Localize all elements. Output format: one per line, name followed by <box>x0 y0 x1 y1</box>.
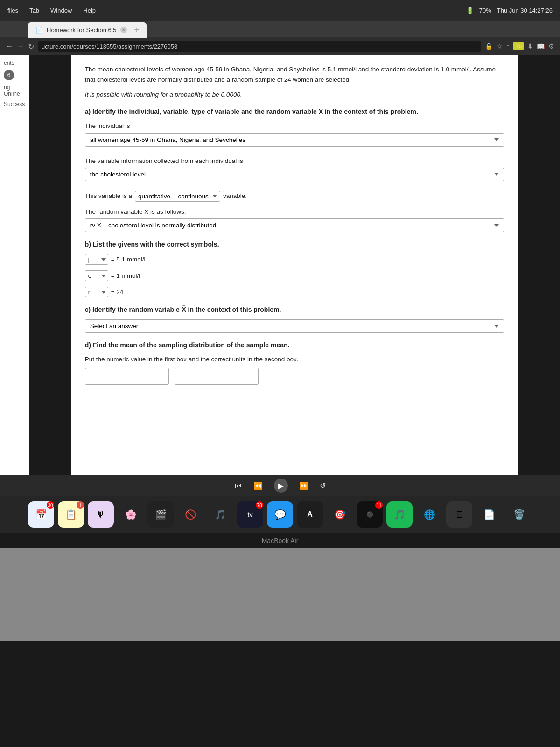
more-icon[interactable]: ⚙ <box>548 42 554 50</box>
content-wrapper: ents 6 ng Online Success The mean choles… <box>0 55 560 475</box>
random-var-dropdown[interactable]: rv X = cholesterol level is normally dis… <box>85 218 504 232</box>
dock-calendar[interactable]: 📅 30 <box>28 501 54 528</box>
file-icon: 📄 <box>483 509 495 520</box>
podcasts-icon: 🎙 <box>96 509 105 520</box>
question-a-label: a) Identify the individual, variable, ty… <box>85 107 504 117</box>
bookmark-icon[interactable]: 📖 <box>537 42 545 50</box>
rewind-button[interactable]: ⏪ <box>253 481 263 490</box>
menu-files[interactable]: files <box>7 7 18 14</box>
play-icon: ▶ <box>278 481 284 490</box>
notes-icon: 📋 <box>65 509 77 520</box>
star-icon[interactable]: ☆ <box>497 42 503 50</box>
variable-type-line: This variable is a quantitative -- conti… <box>85 191 504 202</box>
question-d: d) Find the mean of the sampling distrib… <box>85 340 504 385</box>
reload-icon[interactable]: ↻ <box>28 42 34 51</box>
bullet-icon: ⚫ <box>366 511 373 518</box>
dock-spotify[interactable]: 🎵 <box>386 501 413 528</box>
forward-icon[interactable]: → <box>17 42 24 50</box>
nav-icons: ← → ↻ <box>6 42 34 51</box>
units-answer-box[interactable] <box>175 368 259 385</box>
question-b: b) List the givens with the correct symb… <box>85 240 504 297</box>
sidebar-badge[interactable]: 6 <box>4 70 14 80</box>
active-tab[interactable]: 📄 Homework for Section 6.5 × + <box>28 22 147 38</box>
menu-bar: files Tab Window Help 🔋 70% Thu Jun 30 1… <box>0 0 560 21</box>
notes-badge: 1 <box>77 501 84 509</box>
display-icon: 🖥 <box>455 509 464 520</box>
url-input[interactable] <box>38 41 481 52</box>
url-action-icons: 🔒 ☆ ↑ Tp ⬇ 📖 ⚙ <box>485 42 554 50</box>
main-content: The mean cholesterol levels of women age… <box>71 55 518 475</box>
dock-podcasts[interactable]: 🎙 <box>88 501 114 528</box>
mu-value: = 5.1 mmol/l <box>111 255 146 264</box>
dock-notes[interactable]: 📋 1 <box>58 501 84 528</box>
sidebar-success[interactable]: Success <box>4 101 25 107</box>
menu-tab[interactable]: Tab <box>29 7 39 14</box>
skip-back-button[interactable]: ⏮ <box>235 481 242 490</box>
ai-icon: A <box>307 510 313 519</box>
menu-window[interactable]: Window <box>50 7 72 14</box>
dock-block[interactable]: 🚫 <box>177 501 203 528</box>
dock-trash[interactable]: 🗑️ <box>506 501 532 528</box>
dock-tv[interactable]: tv 78 <box>237 501 263 528</box>
rounding-note: It is possible with rounding for a proba… <box>85 90 504 99</box>
keyboard-area <box>0 548 560 641</box>
dock-music[interactable]: 🎵 <box>207 501 233 528</box>
share-icon[interactable]: ↑ <box>506 42 510 50</box>
tab-bar: 📄 Homework for Section 6.5 × + <box>0 21 560 37</box>
battery-level: 70% <box>479 7 491 14</box>
dock-file[interactable]: 📄 <box>476 501 502 528</box>
n-symbol-select[interactable]: n <box>85 287 108 297</box>
dock-messages[interactable]: 💬 <box>267 501 293 528</box>
back-icon[interactable]: ← <box>6 42 13 50</box>
chrome-icon: 🌐 <box>424 509 435 520</box>
video-icon: 🎬 <box>155 509 167 520</box>
download-icon[interactable]: ⬇ <box>527 42 533 50</box>
numeric-answer-box[interactable] <box>85 368 169 385</box>
music-icon: 🎵 <box>215 509 226 520</box>
variable-type-suffix: variable. <box>223 191 247 201</box>
intro-text: The mean cholesterol levels of women age… <box>85 64 504 85</box>
bullet-badge: 11 <box>375 501 383 509</box>
play-button[interactable]: ▶ <box>274 479 288 493</box>
sidebar: ents 6 ng Online Success <box>0 55 29 475</box>
tv-icon: tv <box>248 511 253 518</box>
variable-type-select[interactable]: quantitative -- continuous <box>135 191 220 202</box>
dock-target[interactable]: 🎯 <box>327 501 353 528</box>
spotify-icon: 🎵 <box>394 509 406 520</box>
translate-icon[interactable]: Tp <box>513 42 524 50</box>
dock-display[interactable]: 🖥 <box>446 501 472 528</box>
sigma-symbol-select[interactable]: σ <box>85 270 108 281</box>
variable-dropdown[interactable]: the cholesterol level <box>85 168 504 181</box>
question-b-label: b) List the givens with the correct symb… <box>85 240 504 249</box>
player-bar: ⏮ ⏪ ▶ ⏩ ↺ <box>0 475 560 496</box>
sidebar-ents: ents <box>4 60 25 66</box>
calendar-badge: 30 <box>47 501 54 509</box>
dock-ai[interactable]: A <box>297 501 323 528</box>
sidebar-online[interactable]: ng Online <box>4 84 25 97</box>
repeat-button[interactable]: ↺ <box>320 481 326 490</box>
individual-dropdown[interactable]: all women age 45-59 in Ghana, Nigeria, a… <box>85 133 504 147</box>
battery-icon: 🔋 <box>466 7 474 14</box>
new-tab-button[interactable]: + <box>134 25 140 35</box>
dock-bullet[interactable]: ⚫ 11 <box>357 501 383 528</box>
dock-video[interactable]: 🎬 <box>147 501 174 528</box>
dock-chrome[interactable]: 🌐 <box>416 501 442 528</box>
lock-icon: 🔒 <box>485 42 493 50</box>
dock-photos[interactable]: 🌸 <box>118 501 144 528</box>
individual-label: The individual is <box>85 121 504 131</box>
messages-icon: 💬 <box>274 509 286 520</box>
dock: 📅 30 📋 1 🎙 🌸 🎬 🚫 🎵 tv 78 💬 A 🎯 ⚫ 11 🎵 🌐 <box>0 496 560 533</box>
trash-icon: 🗑️ <box>513 509 525 520</box>
answer-boxes <box>85 368 504 385</box>
question-d-label: d) Find the mean of the sampling distrib… <box>85 340 504 350</box>
tab-close-button[interactable]: × <box>120 27 127 33</box>
fast-forward-button[interactable]: ⏩ <box>299 481 308 490</box>
variable-info-label: The variable information collected from … <box>85 156 504 166</box>
xbar-dropdown[interactable]: Select an answer <box>85 319 504 333</box>
mu-symbol-select[interactable]: μ <box>85 254 108 265</box>
question-d-sub: Put the numeric value in the first box a… <box>85 355 504 364</box>
menu-help[interactable]: Help <box>83 7 96 14</box>
tab-title: Homework for Section 6.5 <box>47 27 117 34</box>
mu-line: μ = 5.1 mmol/l <box>85 254 504 265</box>
datetime: Thu Jun 30 14:27:26 <box>497 7 553 14</box>
